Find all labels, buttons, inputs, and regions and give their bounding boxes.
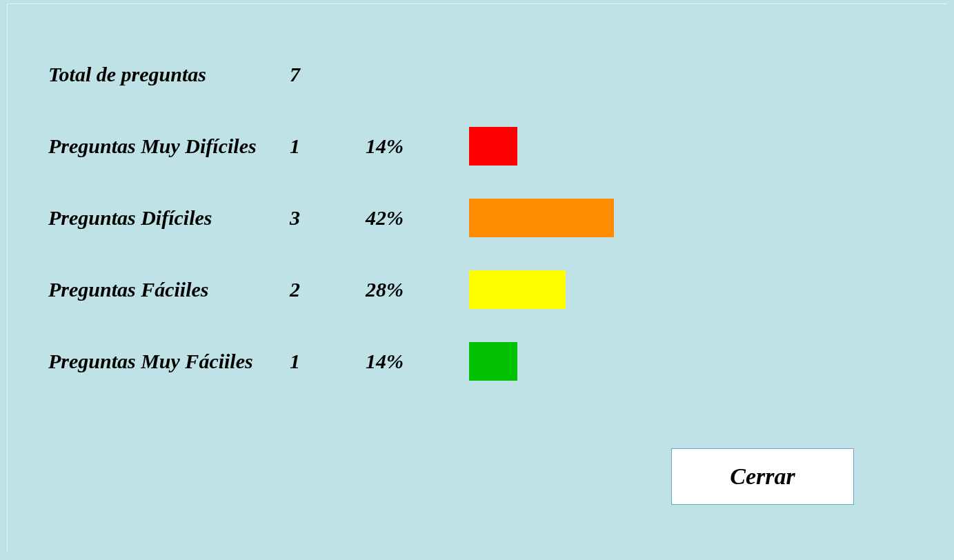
bar-dificiles bbox=[469, 199, 614, 237]
row-muy-faciles: Preguntas Muy Fáciiles 1 14% bbox=[48, 342, 906, 381]
label-muy-dificiles: Preguntas Muy Difíciles bbox=[48, 134, 290, 158]
row-dificiles: Preguntas Difíciles 3 42% bbox=[48, 199, 906, 237]
total-label: Total de preguntas bbox=[48, 63, 290, 86]
row-faciles: Preguntas Fáciiles 2 28% bbox=[48, 270, 906, 309]
close-button-label: Cerrar bbox=[730, 463, 795, 490]
percent-muy-dificiles: 14% bbox=[366, 134, 469, 158]
total-value: 7 bbox=[290, 63, 366, 86]
row-muy-dificiles: Preguntas Muy Difíciles 1 14% bbox=[48, 127, 906, 166]
total-row: Total de preguntas 7 bbox=[48, 55, 906, 94]
count-faciles: 2 bbox=[290, 278, 366, 301]
statistics-panel: Total de preguntas 7 Preguntas Muy Difíc… bbox=[48, 55, 906, 414]
percent-dificiles: 42% bbox=[366, 206, 469, 230]
close-button[interactable]: Cerrar bbox=[671, 448, 854, 505]
count-dificiles: 3 bbox=[290, 206, 366, 230]
percent-muy-faciles: 14% bbox=[366, 350, 469, 373]
count-muy-faciles: 1 bbox=[290, 350, 366, 373]
bar-faciles bbox=[469, 270, 566, 309]
label-dificiles: Preguntas Difíciles bbox=[48, 206, 290, 230]
bar-muy-faciles bbox=[469, 342, 517, 381]
label-faciles: Preguntas Fáciiles bbox=[48, 278, 290, 301]
percent-faciles: 28% bbox=[366, 278, 469, 301]
bar-muy-dificiles bbox=[469, 127, 517, 166]
label-muy-faciles: Preguntas Muy Fáciiles bbox=[48, 350, 290, 373]
count-muy-dificiles: 1 bbox=[290, 134, 366, 158]
